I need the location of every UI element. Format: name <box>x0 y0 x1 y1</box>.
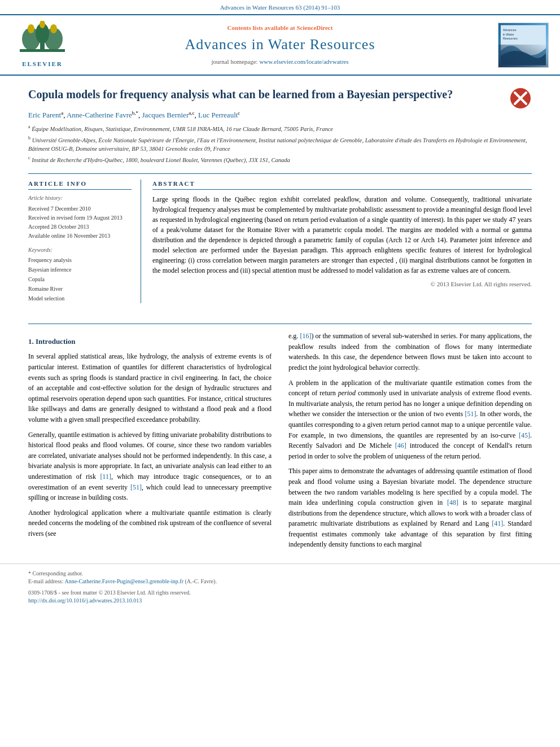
footer-email-link[interactable]: Anne-Catherine.Favre-Pugin@ense3.grenobl… <box>64 578 183 584</box>
history-accepted: Accepted 28 October 2013 <box>28 222 132 231</box>
body-paragraph-1: In several applied statistical areas, li… <box>28 351 272 425</box>
author-eric-parent[interactable]: Eric Parent <box>28 111 61 119</box>
elsevier-tree-icon <box>14 21 71 58</box>
article-info-panel: ARTICLE INFO Article history: Received 7… <box>28 180 141 303</box>
title-row: Copula models for frequency analysis wha… <box>28 87 532 110</box>
left-column: 1. Introduction In several applied stati… <box>28 331 272 554</box>
keyword-model: Model selection <box>28 294 132 303</box>
content-divider <box>28 324 532 324</box>
author-anne-catherine-favre[interactable]: Anne-Catherine Favre <box>67 111 132 119</box>
svg-rect-0 <box>20 49 65 52</box>
abstract-heading: ABSTRACT <box>152 180 532 190</box>
affiliation-c: c Institut de Recherche d'Hydro-Québec, … <box>28 155 532 164</box>
copyright-notice: © 2013 Elsevier Ltd. All rights reserved… <box>152 280 532 289</box>
journal-header-center: Contents lists available at ScienceDirec… <box>73 24 487 66</box>
svg-text:Resources: Resources <box>503 37 518 40</box>
journal-thumbnail-area: Advances in Water Resources <box>487 23 549 68</box>
journal-homepage: journal homepage: www.elsevier.com/locat… <box>73 58 487 66</box>
elsevier-logo: ELSEVIER <box>11 21 73 68</box>
svg-text:in Water: in Water <box>503 32 514 36</box>
ref-51b[interactable]: [51] <box>465 410 476 418</box>
homepage-url[interactable]: www.elsevier.com/locate/advwatres <box>259 58 348 65</box>
ref-16[interactable]: [16] <box>300 332 311 340</box>
keyword-bayesian: Bayesian inference <box>28 265 132 274</box>
abstract-panel: ABSTRACT Large spring floods in the Québ… <box>152 180 532 303</box>
keyword-frequency: Frequency analysis <box>28 255 132 265</box>
authors-line: Eric Parenta, Anne-Catherine Favreb,*, J… <box>28 110 532 121</box>
main-body: 1. Introduction In several applied stati… <box>0 331 560 554</box>
ref-45[interactable]: [45] <box>519 431 530 439</box>
sciencedirect-name[interactable]: ScienceDirect <box>296 24 333 31</box>
keyword-copula: Copula <box>28 274 132 284</box>
ref-51[interactable]: [51] <box>130 483 142 491</box>
footer: * Corresponding author. E-mail address: … <box>0 563 560 610</box>
body-paragraph-2: Generally, quantile estimation is achiev… <box>28 430 272 503</box>
ref-46[interactable]: [46] <box>395 442 406 449</box>
footer-license: 0309-1708/$ - see front matter © 2013 El… <box>28 589 532 597</box>
ref-11[interactable]: [11] <box>100 473 111 480</box>
footer-doi: http://dx.doi.org/10.1016/j.advwatres.20… <box>28 597 532 605</box>
journal-citation: Advances in Water Resources 63 (2014) 91… <box>0 0 560 14</box>
affiliation-a: a Équipe Modélisation, Risques, Statisti… <box>28 124 532 133</box>
svg-text:Advances: Advances <box>503 28 517 32</box>
article-title: Copula models for frequency analysis wha… <box>28 87 453 102</box>
abstract-text: Large spring floods in the Québec region… <box>152 194 532 276</box>
footer-doi-link[interactable]: http://dx.doi.org/10.1016/j.advwatres.20… <box>28 597 142 604</box>
journal-title: Advances in Water Resources <box>73 34 487 55</box>
journal-cover-icon: Advances in Water Resources <box>501 23 546 67</box>
history-received: Received 7 December 2010 <box>28 204 132 213</box>
elsevier-logo-area: ELSEVIER <box>11 21 73 68</box>
footer-corresponding: * Corresponding author. <box>28 570 532 578</box>
footer-email: E-mail address: Anne-Catherine.Favre-Pug… <box>28 578 532 586</box>
history-items: Received 7 December 2010 Received in rev… <box>28 204 132 241</box>
ref-41[interactable]: [41] <box>492 519 503 527</box>
keywords-list: Frequency analysis Bayesian inference Co… <box>28 255 132 303</box>
history-revised: Received in revised form 19 August 2013 <box>28 213 132 222</box>
info-abstract-section: ARTICLE INFO Article history: Received 7… <box>28 180 532 303</box>
crossmark-badge[interactable]: CrossMark <box>509 87 532 110</box>
article-container: Copula models for frequency analysis wha… <box>0 76 560 324</box>
history-available: Available online 16 November 2013 <box>28 231 132 241</box>
article-info-heading: ARTICLE INFO <box>28 180 132 190</box>
keyword-romaine: Romaine River <box>28 284 132 294</box>
ref-48[interactable]: [48] <box>447 499 458 506</box>
author-luc-perreault[interactable]: Luc Perreault <box>198 111 238 119</box>
journal-header: ELSEVIER Contents lists available at Sci… <box>0 14 560 75</box>
header-divider <box>28 173 532 174</box>
affiliations: a Équipe Modélisation, Risques, Statisti… <box>28 124 532 164</box>
keywords-label: Keywords: <box>28 246 132 254</box>
elsevier-wordmark: ELSEVIER <box>22 60 63 68</box>
body-paragraph-4: e.g. [16]) or the summation of several s… <box>288 331 532 373</box>
affiliation-b: b Université Grenoble-Alpes, École Natio… <box>28 135 532 154</box>
body-paragraph-5: A problem in the application of the mult… <box>288 378 532 462</box>
journal-thumbnail: Advances in Water Resources <box>498 23 549 68</box>
svg-point-5 <box>28 24 34 33</box>
section1-title: 1. Introduction <box>28 337 272 347</box>
svg-point-6 <box>50 24 57 33</box>
body-paragraph-6: This paper aims to demonstrate the advan… <box>288 466 532 550</box>
author-jacques-bernier[interactable]: Jacques Bernier <box>142 111 189 119</box>
history-label: Article history: <box>28 194 132 202</box>
sciencedirect-line: Contents lists available at ScienceDirec… <box>73 24 487 32</box>
journal-link[interactable]: Advances in Water Resources 63 (2014) 91… <box>220 4 340 11</box>
right-column: e.g. [16]) or the summation of several s… <box>288 331 532 554</box>
body-paragraph-3: Another hydrological application where a… <box>28 508 272 539</box>
